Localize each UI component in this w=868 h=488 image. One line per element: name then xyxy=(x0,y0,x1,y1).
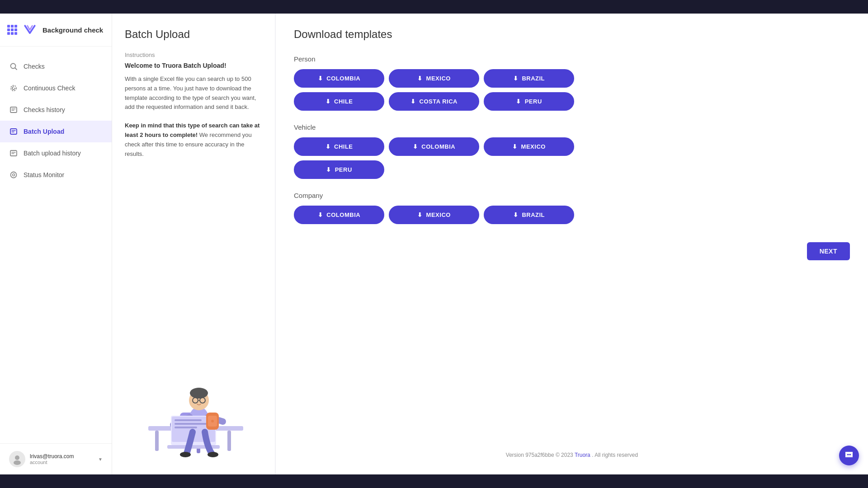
dl-btn-person-peru[interactable]: ⬇ PERU xyxy=(484,92,574,111)
btn-label: COLOMBIA xyxy=(421,143,455,150)
download-arrow-icon: ⬇ xyxy=(318,211,323,218)
btn-label: MEXICO xyxy=(426,211,451,218)
history-icon xyxy=(9,105,18,114)
chevron-down-icon: ▼ xyxy=(98,457,103,462)
svg-point-40 xyxy=(180,452,191,457)
dl-btn-person-mexico[interactable]: ⬇ MEXICO xyxy=(389,69,479,88)
app-title: Background check xyxy=(42,26,103,34)
sidebar-item-checks-history[interactable]: Checks history xyxy=(0,99,112,121)
svg-point-43 xyxy=(849,454,850,455)
sidebar-item-status-monitor-label: Status Monitor xyxy=(24,171,64,178)
svg-point-33 xyxy=(190,388,208,399)
svg-rect-28 xyxy=(175,419,202,421)
company-buttons-grid: ⬇ COLOMBIA ⬇ MEXICO ⬇ BRAZIL xyxy=(294,206,850,224)
sidebar-footer[interactable]: lrivas@truora.com account ▼ xyxy=(0,443,112,474)
btn-label: MEXICO xyxy=(521,143,546,150)
btn-label: BRAZIL xyxy=(522,211,545,218)
search-icon xyxy=(9,62,18,71)
download-arrow-icon: ⬇ xyxy=(417,75,423,82)
download-arrow-icon: ⬇ xyxy=(512,143,518,150)
btn-label: CHILE xyxy=(334,98,353,105)
dl-btn-company-mexico[interactable]: ⬇ MEXICO xyxy=(389,206,479,224)
footer-link[interactable]: Truora xyxy=(575,452,590,458)
sidebar-item-continuous-check-label: Continuous Check xyxy=(24,84,75,92)
svg-rect-7 xyxy=(10,129,17,134)
templates-panel: Download templates Person ⬇ COLOMBIA ⬇ M… xyxy=(276,14,868,474)
svg-rect-29 xyxy=(175,423,211,425)
svg-point-14 xyxy=(13,174,15,176)
download-arrow-icon: ⬇ xyxy=(326,143,331,150)
sidebar: Background check Checks Continuous Check xyxy=(0,14,112,474)
instructions-desc: With a single Excel file you can search … xyxy=(125,75,262,112)
dl-btn-company-brazil[interactable]: ⬇ BRAZIL xyxy=(484,206,574,224)
sidebar-item-batch-upload-history-label: Batch upload history xyxy=(24,150,81,157)
svg-point-3 xyxy=(11,85,16,91)
templates-title: Download templates xyxy=(294,28,850,41)
batch-history-icon xyxy=(9,149,18,158)
vehicle-section-label: Vehicle xyxy=(294,123,850,131)
dl-btn-vehicle-colombia[interactable]: ⬇ COLOMBIA xyxy=(389,137,479,156)
dl-btn-vehicle-chile[interactable]: ⬇ CHILE xyxy=(294,137,384,156)
dl-btn-vehicle-mexico[interactable]: ⬇ MEXICO xyxy=(484,137,574,156)
download-arrow-icon: ⬇ xyxy=(513,211,519,218)
refresh-icon xyxy=(9,84,18,93)
sidebar-item-checks[interactable]: Checks xyxy=(0,56,112,77)
user-info: lrivas@truora.com account xyxy=(30,453,94,465)
svg-rect-19 xyxy=(227,431,231,451)
upload-icon xyxy=(9,127,18,136)
sidebar-item-status-monitor[interactable]: Status Monitor xyxy=(0,164,112,186)
svg-point-41 xyxy=(208,452,218,457)
dl-btn-vehicle-peru[interactable]: ⬇ PERU xyxy=(294,160,384,179)
btn-label: COLOMBIA xyxy=(326,211,360,218)
download-arrow-icon: ⬇ xyxy=(326,98,331,105)
sidebar-item-continuous-check[interactable]: Continuous Check xyxy=(0,77,112,99)
company-section-label: Company xyxy=(294,192,850,199)
svg-rect-18 xyxy=(155,431,159,451)
btn-label: PERU xyxy=(335,166,352,173)
btn-label: MEXICO xyxy=(426,75,451,82)
sidebar-item-batch-upload-label: Batch Upload xyxy=(24,128,64,135)
svg-point-42 xyxy=(847,454,849,455)
sidebar-header: Background check xyxy=(0,14,112,47)
footer-version: Version 975a2f6bbe © 2023 xyxy=(506,452,573,458)
dl-btn-person-chile[interactable]: ⬇ CHILE xyxy=(294,92,384,111)
svg-point-16 xyxy=(14,460,21,465)
btn-label: CHILE xyxy=(334,143,353,150)
instructions-welcome: Welcome to Truora Batch Upload! xyxy=(125,62,262,69)
monitor-icon xyxy=(9,170,18,179)
footer-text: Version 975a2f6bbe © 2023 Truora . All r… xyxy=(294,446,850,460)
dl-btn-person-costa-rica[interactable]: ⬇ COSTA RICA xyxy=(389,92,479,111)
sidebar-nav: Checks Continuous Check Checks history xyxy=(0,47,112,443)
dl-btn-person-colombia[interactable]: ⬇ COLOMBIA xyxy=(294,69,384,88)
dl-btn-person-brazil[interactable]: ⬇ BRAZIL xyxy=(484,69,574,88)
download-arrow-icon: ⬇ xyxy=(516,98,521,105)
svg-rect-30 xyxy=(175,427,197,428)
batch-upload-title: Batch Upload xyxy=(125,28,262,41)
sidebar-item-checks-label: Checks xyxy=(24,63,45,70)
instructions-label: Instructions xyxy=(125,52,262,58)
btn-label: COSTA RICA xyxy=(420,98,458,105)
person-section-label: Person xyxy=(294,55,850,63)
next-button[interactable]: NEXT xyxy=(807,242,850,260)
btn-label: PERU xyxy=(525,98,542,105)
instructions-warning: Keep in mind that this type of search ca… xyxy=(125,121,262,159)
svg-point-39 xyxy=(211,420,214,422)
sidebar-item-batch-upload-history[interactable]: Batch upload history xyxy=(0,142,112,164)
logo-icon xyxy=(22,22,38,38)
dl-btn-company-colombia[interactable]: ⬇ COLOMBIA xyxy=(294,206,384,224)
illustration xyxy=(125,168,262,460)
user-email: lrivas@truora.com xyxy=(30,453,94,460)
svg-line-2 xyxy=(15,68,17,70)
svg-rect-10 xyxy=(10,150,17,156)
download-arrow-icon: ⬇ xyxy=(417,211,423,218)
person-buttons-grid: ⬇ COLOMBIA ⬇ MEXICO ⬇ BRAZIL ⬇ CHILE ⬇ xyxy=(294,69,850,111)
svg-point-1 xyxy=(11,64,16,69)
sidebar-item-checks-history-label: Checks history xyxy=(24,106,65,113)
grid-icon[interactable] xyxy=(7,25,17,35)
download-arrow-icon: ⬇ xyxy=(318,75,323,82)
btn-label: BRAZIL xyxy=(522,75,545,82)
main-content: Batch Upload Instructions Welcome to Tru… xyxy=(112,14,868,474)
chat-bubble[interactable] xyxy=(839,446,859,465)
svg-rect-4 xyxy=(10,107,17,113)
sidebar-item-batch-upload[interactable]: Batch Upload xyxy=(0,121,112,142)
